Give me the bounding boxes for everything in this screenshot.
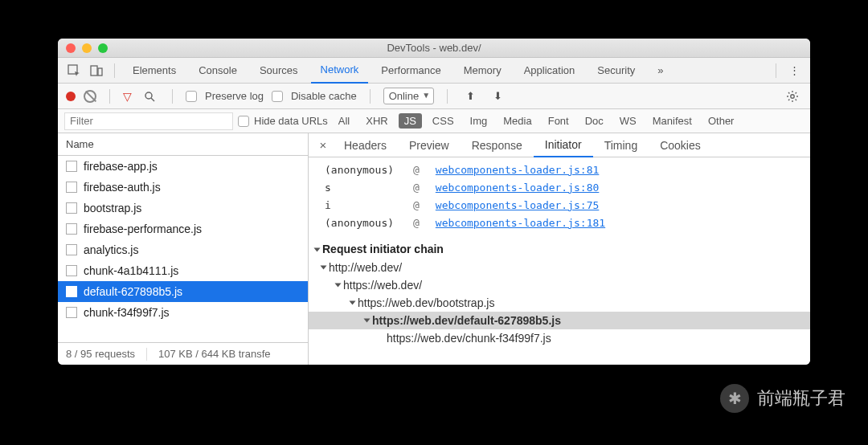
request-row[interactable]: default-627898b5.js [58, 281, 308, 302]
svg-rect-1 [91, 66, 97, 76]
svg-rect-2 [98, 68, 102, 76]
hide-data-urls-checkbox[interactable] [238, 116, 249, 127]
request-list-panel: Name firebase-app.jsfirebase-auth.jsboot… [58, 133, 309, 365]
request-row[interactable]: firebase-performance.js [58, 218, 308, 239]
preserve-log-label: Preserve log [205, 90, 264, 102]
tab-memory[interactable]: Memory [454, 58, 511, 84]
type-filter-doc[interactable]: Doc [579, 113, 609, 129]
throttle-select[interactable]: Online [383, 88, 435, 104]
upload-icon[interactable]: ⬆ [461, 87, 480, 106]
watermark: ✱ 前端瓶子君 [720, 384, 845, 413]
chain-row[interactable]: https://web.dev/chunk-f34f99f7.js [309, 329, 810, 347]
chain-row[interactable]: https://web.dev/default-627898b5.js [309, 312, 810, 329]
request-row[interactable]: firebase-app.js [58, 156, 308, 177]
type-filter-manifest[interactable]: Manifest [647, 113, 698, 129]
type-filter-css[interactable]: CSS [427, 113, 460, 129]
stack-fn: s [325, 182, 397, 194]
titlebar: DevTools - web.dev/ [58, 39, 810, 58]
tab-sources[interactable]: Sources [250, 58, 308, 84]
request-name: chunk-f34f99f7.js [84, 306, 170, 319]
transfer-size: 107 KB / 644 KB transfe [158, 348, 270, 360]
js-file-icon [66, 182, 77, 193]
search-icon[interactable] [140, 87, 159, 106]
request-row[interactable]: chunk-f34f99f7.js [58, 302, 308, 323]
request-list: firebase-app.jsfirebase-auth.jsbootstrap… [58, 156, 308, 342]
svg-point-5 [791, 94, 794, 97]
disable-cache-checkbox[interactable] [272, 91, 283, 102]
stack-location-link[interactable]: webcomponents-loader.js:181 [436, 217, 605, 229]
inspect-icon[interactable] [64, 61, 84, 80]
split-panel: Name firebase-app.jsfirebase-auth.jsboot… [58, 133, 810, 365]
request-name: chunk-4a1b4111.js [84, 264, 178, 277]
chain-row[interactable]: https://web.dev/ [309, 276, 810, 294]
requests-count: 8 / 95 requests [66, 348, 135, 360]
request-row[interactable]: bootstrap.js [58, 198, 308, 218]
tabs-overflow[interactable]: » [648, 58, 673, 84]
chain-row[interactable]: http://web.dev/ [309, 259, 810, 276]
initiator-chain-header[interactable]: Request initiator chain [309, 238, 810, 259]
stack-location-link[interactable]: webcomponents-loader.js:80 [436, 182, 600, 194]
detail-tab-cookies[interactable]: Cookies [649, 133, 712, 157]
close-detail-icon[interactable]: × [313, 138, 333, 152]
stack-location-link[interactable]: webcomponents-loader.js:81 [436, 164, 600, 176]
record-button[interactable] [66, 92, 76, 101]
separator [114, 63, 115, 78]
tab-console[interactable]: Console [189, 58, 247, 84]
preserve-log-checkbox[interactable] [186, 91, 197, 102]
type-filter-xhr[interactable]: XHR [360, 113, 393, 129]
clear-button[interactable] [84, 90, 96, 103]
kebab-menu-icon[interactable]: ⋮ [784, 61, 804, 80]
chevron-down-icon [314, 248, 321, 252]
chevron-down-icon [335, 284, 342, 288]
settings-gear-icon[interactable] [783, 87, 802, 106]
type-filter-media[interactable]: Media [497, 113, 537, 129]
name-header[interactable]: Name [58, 133, 308, 156]
tab-application[interactable]: Application [514, 58, 585, 84]
type-filter-other[interactable]: Other [702, 113, 740, 129]
type-filter-font[interactable]: Font [542, 113, 575, 129]
js-file-icon [66, 286, 77, 297]
request-name: firebase-app.js [84, 160, 158, 173]
detail-tabs: × HeadersPreviewResponseInitiatorTimingC… [309, 133, 810, 157]
call-stack: (anonymous)@ webcomponents-loader.js:81s… [309, 157, 810, 238]
detail-tab-headers[interactable]: Headers [333, 133, 398, 157]
type-filter-all[interactable]: All [333, 113, 355, 129]
wechat-icon: ✱ [720, 384, 749, 413]
detail-tab-timing[interactable]: Timing [593, 133, 649, 157]
request-row[interactable]: chunk-4a1b4111.js [58, 260, 308, 281]
chain-url: http://web.dev/ [329, 261, 402, 274]
stack-fn: i [325, 199, 397, 211]
type-filter-ws[interactable]: WS [614, 113, 642, 129]
tab-elements[interactable]: Elements [123, 58, 186, 84]
request-name: default-627898b5.js [84, 285, 182, 298]
stack-fn: (anonymous) [325, 217, 397, 229]
filter-input[interactable] [64, 112, 233, 130]
detail-tab-initiator[interactable]: Initiator [534, 133, 593, 157]
svg-line-4 [151, 98, 154, 101]
download-icon[interactable]: ⬇ [488, 87, 507, 106]
filter-icon[interactable]: ▽ [123, 90, 132, 103]
type-filter-js[interactable]: JS [399, 113, 422, 129]
tab-security[interactable]: Security [588, 58, 645, 84]
request-row[interactable]: firebase-auth.js [58, 177, 308, 198]
type-filter-img[interactable]: Img [465, 113, 493, 129]
separator [172, 89, 173, 104]
detail-tab-response[interactable]: Response [461, 133, 534, 157]
window-title: DevTools - web.dev/ [58, 42, 810, 54]
separator [370, 89, 371, 104]
detail-tab-preview[interactable]: Preview [398, 133, 461, 157]
hide-data-urls-label: Hide data URLs [254, 115, 328, 127]
tab-network[interactable]: Network [311, 58, 369, 84]
tab-performance[interactable]: Performance [371, 58, 450, 84]
request-row[interactable]: analytics.js [58, 239, 308, 260]
chain-row[interactable]: https://web.dev/bootstrap.js [309, 294, 810, 312]
separator [447, 89, 448, 104]
stack-location-link[interactable]: webcomponents-loader.js:75 [436, 199, 600, 211]
stack-at: @ [413, 217, 420, 229]
js-file-icon [66, 307, 77, 318]
stack-frame: (anonymous)@ webcomponents-loader.js:81 [325, 161, 802, 178]
js-file-icon [66, 202, 77, 214]
device-icon[interactable] [87, 61, 106, 80]
js-file-icon [66, 244, 77, 255]
filter-bar: Hide data URLs AllXHRJSCSSImgMediaFontDo… [58, 109, 810, 133]
